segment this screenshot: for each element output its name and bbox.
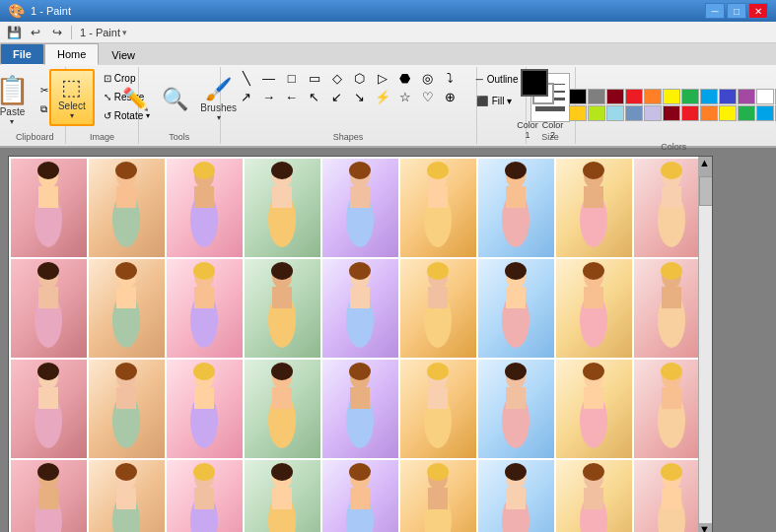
color-swatch[interactable]: [569, 105, 587, 121]
shape-item[interactable]: →: [258, 88, 280, 105]
photo-cell: [478, 460, 554, 532]
color-swatch[interactable]: [756, 89, 774, 104]
shape-item[interactable]: ↗: [236, 88, 257, 105]
photo-placeholder: [322, 259, 398, 358]
photo-placeholder: [245, 259, 320, 358]
color-swatch[interactable]: [681, 89, 699, 104]
fill-button[interactable]: 🔍: [158, 71, 193, 128]
qa-save-button[interactable]: 💾: [4, 24, 24, 41]
color-swatch[interactable]: [663, 105, 680, 121]
photo-cell: [322, 259, 398, 358]
shape-item[interactable]: ⬡: [349, 69, 371, 87]
shape-item[interactable]: ⚡: [372, 88, 393, 105]
color-swatch[interactable]: [625, 105, 643, 121]
figure-svg: [11, 360, 87, 458]
shape-item[interactable]: ⤵: [440, 69, 461, 87]
color-swatch[interactable]: [719, 105, 737, 121]
scrollbar-down-arrow[interactable]: ▼: [699, 523, 713, 532]
svg-point-107: [661, 363, 682, 380]
photo-placeholder: [167, 460, 243, 532]
color-swatch[interactable]: [644, 89, 662, 104]
photo-placeholder: [167, 259, 243, 358]
vertical-scrollbar[interactable]: ▲ ▼: [698, 157, 712, 532]
paste-button[interactable]: 📋 Paste ▾: [0, 71, 34, 128]
cut-icon: ✂: [40, 85, 48, 96]
shape-item[interactable]: ▷: [372, 69, 393, 87]
shape-item[interactable]: □: [281, 69, 303, 87]
select-button[interactable]: ⬚ Select ▾: [49, 69, 95, 126]
color-swatch[interactable]: [606, 89, 624, 104]
color-swatch[interactable]: [588, 89, 605, 104]
shape-item[interactable]: ⊕: [440, 88, 461, 105]
minimize-button[interactable]: ─: [705, 3, 725, 19]
photo-cell: [478, 259, 554, 358]
shape-item[interactable]: —: [258, 69, 280, 87]
shape-item[interactable]: ╲: [236, 69, 257, 87]
qa-redo-button[interactable]: ↪: [47, 24, 67, 41]
pencil-button[interactable]: ✏️: [118, 71, 154, 128]
figure-svg: [400, 360, 476, 458]
photo-cell: [556, 259, 632, 358]
svg-rect-85: [272, 387, 292, 409]
color-swatch[interactable]: [644, 105, 662, 121]
svg-point-11: [193, 162, 215, 179]
shape-item[interactable]: ↖: [304, 88, 325, 105]
svg-rect-117: [194, 488, 214, 509]
color-swatch[interactable]: [719, 89, 737, 104]
outline-icon: ─: [476, 74, 483, 85]
qa-dropdown-arrow[interactable]: ▾: [122, 28, 127, 37]
shape-item[interactable]: ◇: [326, 69, 348, 87]
scrollbar-up-arrow[interactable]: ▲: [699, 157, 713, 176]
shapes-group: ╲—□▭◇⬡▷⬣◎⤵↗→←↖↙↘⚡☆♡⊕ Shapes: [221, 67, 477, 144]
shape-item[interactable]: ◎: [417, 69, 439, 87]
color-swatch[interactable]: [738, 89, 755, 104]
photo-placeholder: [322, 360, 398, 458]
qa-title: 1 - Paint: [80, 27, 120, 38]
shape-item[interactable]: ▭: [304, 69, 325, 87]
photo-cell: [11, 360, 87, 458]
color-swatch[interactable]: [738, 105, 755, 121]
paste-dropdown: ▾: [10, 117, 14, 126]
paste-icon: 📋: [0, 74, 30, 106]
scrollbar-thumb[interactable]: [699, 176, 713, 206]
maximize-button[interactable]: □: [727, 3, 746, 19]
svg-point-143: [661, 463, 682, 481]
shape-item[interactable]: ☆: [394, 88, 416, 105]
svg-rect-41: [116, 287, 136, 308]
color-swatch[interactable]: [700, 89, 718, 104]
tab-view[interactable]: View: [99, 43, 148, 65]
shape-item[interactable]: ←: [281, 88, 303, 105]
fill-color-icon: ⬛: [476, 96, 488, 106]
colors-label: Colors: [661, 140, 686, 152]
color-swatch[interactable]: [606, 105, 624, 121]
shape-item[interactable]: ↙: [326, 88, 348, 105]
figure-svg: [245, 159, 320, 257]
color-swatch[interactable]: [681, 105, 699, 121]
tab-home[interactable]: Home: [44, 43, 99, 65]
qa-undo-button[interactable]: ↩: [26, 24, 45, 41]
color-swatch[interactable]: [756, 105, 774, 121]
color-swatch[interactable]: [588, 105, 605, 121]
color1-swatch[interactable]: [521, 69, 548, 97]
figure-svg: [89, 460, 165, 532]
color-swatch[interactable]: [625, 89, 643, 104]
svg-rect-113: [116, 488, 136, 509]
svg-rect-13: [272, 186, 292, 208]
color-swatch[interactable]: [700, 105, 718, 121]
figure-svg: [322, 360, 398, 458]
shape-item[interactable]: ♡: [417, 88, 439, 105]
svg-point-111: [37, 463, 59, 481]
shape-item[interactable]: ⬣: [394, 69, 416, 87]
shape-item[interactable]: ↘: [349, 88, 371, 105]
figure-svg: [245, 259, 320, 358]
svg-rect-29: [584, 186, 603, 208]
svg-rect-137: [584, 488, 603, 509]
photo-placeholder: [245, 360, 320, 458]
tab-file[interactable]: File: [0, 43, 44, 65]
color-swatch[interactable]: [663, 89, 680, 104]
photo-placeholder: [89, 259, 165, 358]
color-swatch[interactable]: [569, 89, 587, 104]
photo-cell: [167, 159, 243, 257]
window-controls: ─ □ ✕: [705, 3, 768, 19]
close-button[interactable]: ✕: [748, 3, 768, 19]
